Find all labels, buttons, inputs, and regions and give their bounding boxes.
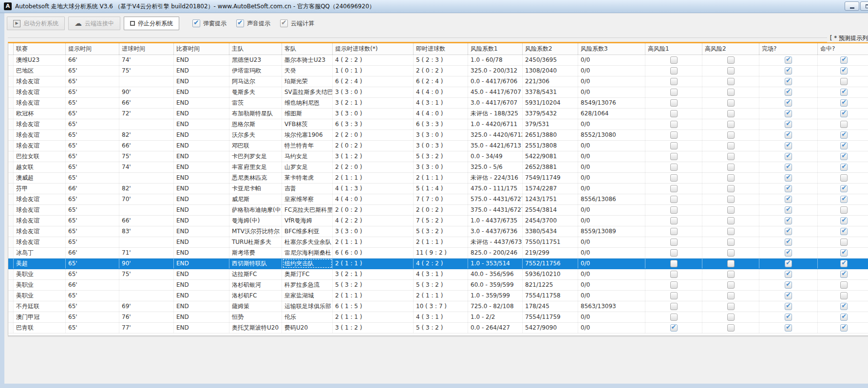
cell-away[interactable]: 莱卡特老虎: [282, 172, 333, 183]
cell-high_risk1[interactable]: [645, 215, 702, 226]
cell-high_risk1[interactable]: [645, 151, 702, 162]
cell-hit[interactable]: [818, 76, 868, 87]
cell-high_risk2[interactable]: [702, 65, 759, 76]
cell-away[interactable]: 运输联足球俱乐部: [282, 301, 333, 312]
cell-finished[interactable]: [759, 129, 818, 140]
cell-tip_goals[interactable]: 4 ( 2 : 2 ): [333, 215, 414, 226]
cell-home[interactable]: 阿马达尔: [229, 76, 282, 87]
cell-finished[interactable]: [759, 194, 818, 204]
cell-finished[interactable]: [759, 247, 818, 258]
hit-checkbox[interactable]: [840, 78, 848, 85]
cell-away[interactable]: 皇家盐湖城: [282, 290, 333, 301]
cell-match_time[interactable]: END: [174, 76, 229, 87]
cell-match_time[interactable]: END: [174, 129, 229, 140]
cell-away[interactable]: 山罗女足: [282, 162, 333, 172]
hit-checkbox[interactable]: [840, 56, 848, 64]
cell-risk3[interactable]: 628/1064: [578, 108, 645, 119]
cell-high_risk2[interactable]: [702, 183, 759, 194]
cell-tip_goals[interactable]: 1 ( 0 : 1 ): [333, 65, 414, 76]
popup-alert-toggle[interactable]: 弹窗提示: [192, 19, 226, 28]
cell-risk3[interactable]: 0/0: [578, 215, 645, 226]
cell-high_risk1[interactable]: [645, 322, 702, 333]
cell-high_risk2[interactable]: [702, 312, 759, 322]
cell-risk1[interactable]: 未评估 - 224/316: [468, 172, 523, 183]
cell-risk2[interactable]: 2651/3880: [523, 129, 578, 140]
cell-tip_goals[interactable]: 6 ( 6 : 0 ): [333, 247, 414, 258]
table-row[interactable]: 球会友谊65'END萨格勒布迪纳摩(中)FC克拉夫巴斯科里...2 ( 0 : …: [8, 204, 868, 215]
cell-home[interactable]: 曼海姆(中): [229, 215, 282, 226]
cell-high_risk1[interactable]: [645, 119, 702, 129]
table-row[interactable]: 球会友谊65'83'ENDMTV沃尔芬比特尔BFC维多利亚3 ( 3 : 0 )…: [8, 226, 868, 237]
cell-risk1[interactable]: 375.0 - 4431/6727: [468, 204, 523, 215]
table-row[interactable]: 越女联65'74'END丰富府里女足山罗女足2 ( 2 : 0 )3 ( 3 :…: [8, 162, 868, 172]
cell-finished[interactable]: [759, 215, 818, 226]
finished-checkbox[interactable]: [785, 164, 792, 171]
table-row[interactable]: 不丹廷联65'69'END薩姆策运输联足球俱乐部6 ( 1 : 5 )10 ( …: [8, 301, 868, 312]
cell-match_time[interactable]: END: [174, 247, 229, 258]
cloud-compute-toggle[interactable]: 云端计算: [280, 19, 314, 28]
cell-live_goals[interactable]: 5 ( 3 : 2 ): [414, 322, 468, 333]
cell-tip_goals[interactable]: 2 ( 0 : 2 ): [333, 140, 414, 151]
cell-live_goals[interactable]: 2 ( 0 : 2 ): [414, 65, 468, 76]
cell-risk3[interactable]: 0/0: [578, 290, 645, 301]
cell-away[interactable]: 皇家维琴察: [282, 194, 333, 204]
cell-risk3[interactable]: 0/0: [578, 65, 645, 76]
cell-live_goals[interactable]: 5 ( 1 : 4 ): [414, 183, 468, 194]
cell-live_goals[interactable]: 4 ( 3 : 1 ): [414, 312, 468, 322]
cell-hit[interactable]: [818, 172, 868, 183]
table-row[interactable]: 美职业66'END洛杉矶银河科罗拉多急流5 ( 3 : 2 )5 ( 3 : 2…: [8, 279, 868, 290]
cell-high_risk1[interactable]: [645, 76, 702, 87]
table-row[interactable]: 澳威超65'END悉尼奥林匹克莱卡特老虎2 ( 1 : 1 )2 ( 1 : 1…: [8, 172, 868, 183]
high-risk1-checkbox[interactable]: [670, 110, 678, 117]
table-row[interactable]: 球会友谊65'END恩格尔斯VFB林茨6 ( 3 : 3 )6 ( 3 : 3 …: [8, 119, 868, 129]
cell-risk1[interactable]: 1.0 - 60/78: [468, 55, 523, 65]
cell-hit[interactable]: [818, 215, 868, 226]
cell-match_time[interactable]: END: [174, 55, 229, 65]
finished-checkbox[interactable]: [785, 78, 792, 85]
cell-finished[interactable]: [759, 65, 818, 76]
cell-finished[interactable]: [759, 258, 818, 269]
cell-risk3[interactable]: 0/0: [578, 204, 645, 215]
cell-goal_time[interactable]: 74': [119, 162, 174, 172]
cell-high_risk1[interactable]: [645, 247, 702, 258]
cell-live_goals[interactable]: 3 ( 3 : 0 ): [414, 129, 468, 140]
cell-risk3[interactable]: 0/0: [578, 269, 645, 279]
high-risk2-checkbox[interactable]: [727, 196, 735, 203]
high-risk2-checkbox[interactable]: [727, 228, 735, 235]
cell-risk1[interactable]: 725.0 - 82/108: [468, 301, 523, 312]
cell-finished[interactable]: [759, 204, 818, 215]
cell-high_risk1[interactable]: [645, 162, 702, 172]
high-risk2-checkbox[interactable]: [727, 153, 735, 160]
cell-tip_time[interactable]: 65': [66, 151, 119, 162]
cell-league[interactable]: 球会友谊: [14, 119, 66, 129]
cell-goal_time[interactable]: 74': [119, 55, 174, 65]
finished-checkbox[interactable]: [785, 239, 792, 246]
cell-tip_time[interactable]: 66': [66, 55, 119, 65]
cell-live_goals[interactable]: 7 ( 7 : 0 ): [414, 194, 468, 204]
cell-home[interactable]: 沃尔多夫: [229, 129, 282, 140]
high-risk2-checkbox[interactable]: [727, 164, 735, 171]
cell-hit[interactable]: [818, 237, 868, 247]
cell-tip_goals[interactable]: 4 ( 2 : 2 ): [333, 55, 414, 65]
column-header-finished[interactable]: 完场?: [759, 43, 818, 55]
high-risk1-checkbox[interactable]: [670, 228, 678, 235]
cell-match_time[interactable]: END: [174, 194, 229, 204]
cell-home[interactable]: 卡巴列罗女足: [229, 151, 282, 162]
cell-risk3[interactable]: 0/0: [578, 172, 645, 183]
hit-checkbox[interactable]: [840, 217, 848, 224]
cell-goal_time[interactable]: [119, 290, 174, 301]
cell-league[interactable]: 越女联: [14, 162, 66, 172]
high-risk2-checkbox[interactable]: [727, 314, 735, 321]
cell-high_risk1[interactable]: [645, 183, 702, 194]
cell-home[interactable]: TURU杜斯多夫: [229, 237, 282, 247]
cell-live_goals[interactable]: 4 ( 4 : 0 ): [414, 108, 468, 119]
finished-checkbox[interactable]: [785, 174, 792, 182]
cell-match_time[interactable]: END: [174, 312, 229, 322]
hit-checkbox[interactable]: [840, 185, 848, 192]
cell-league[interactable]: 球会友谊: [14, 194, 66, 204]
cell-away[interactable]: 天癸: [282, 65, 333, 76]
cell-live_goals[interactable]: 6 ( 2 : 4 ): [414, 76, 468, 87]
cell-finished[interactable]: [759, 290, 818, 301]
cell-match_time[interactable]: END: [174, 108, 229, 119]
cell-tip_goals[interactable]: 3 ( 2 : 1 ): [333, 97, 414, 108]
